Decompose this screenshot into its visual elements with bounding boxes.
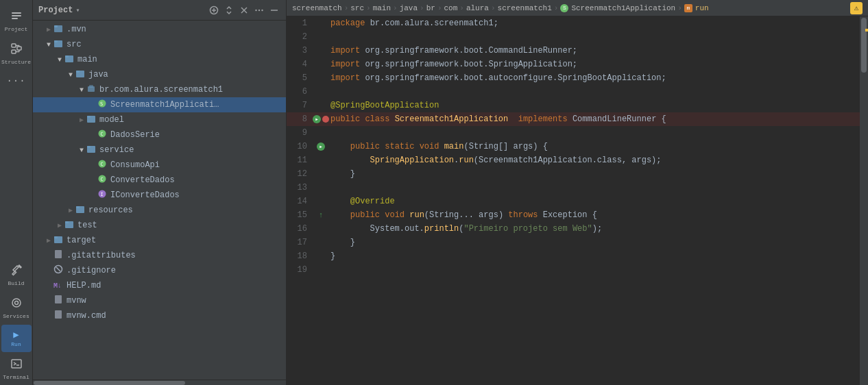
tree-label-gitignore: .gitignore	[67, 266, 116, 275]
breadcrumb-main[interactable]: main	[373, 4, 391, 12]
sidebar-item-terminal[interactable]: Terminal	[1, 353, 32, 385]
tree-icon-gitattributes	[53, 249, 64, 262]
tree-icon-mvnw-cmd	[53, 310, 64, 322]
tree-icon-src	[53, 38, 64, 51]
tree-item-java[interactable]: ▼ java	[33, 67, 286, 82]
tree-item-mvnw-cmd[interactable]: mvnw.cmd	[33, 308, 286, 323]
project-dropdown-icon[interactable]: ▾	[75, 6, 80, 14]
tree-icon-iconverte-dados: I	[97, 189, 108, 201]
line-content-1: package br.com.alura.screenmatch1;	[328, 16, 860, 30]
svg-rect-53	[55, 250, 62, 258]
project-close-button[interactable]	[238, 4, 250, 16]
tree-arrow-java: ▼	[66, 71, 75, 79]
project-panel: Project ▾ ▶	[33, 0, 287, 385]
warning-icon[interactable]: ⚠	[850, 2, 863, 14]
run-btn-10[interactable]: ▶	[317, 142, 325, 151]
tree-item-gitattributes[interactable]: .gitattributes	[33, 248, 286, 263]
tree-arrow-test: ▶	[55, 221, 64, 229]
tree-label-screenmatch-app: Screenmatch1Applicati…	[110, 100, 219, 110]
line-content-16: System.out.println("Primeiro projeto sem…	[328, 222, 860, 236]
code-line-17: 17 }	[287, 236, 860, 249]
sidebar-item-run[interactable]: ▶ Run	[1, 325, 32, 352]
breadcrumb-sep-3: ›	[393, 4, 398, 12]
line-content-15: public void run(String... args) throws E…	[328, 208, 860, 222]
project-horizontal-scrollbar[interactable]	[33, 380, 286, 385]
code-editor[interactable]: 1 package br.com.alura.screenmatch1; 2 3…	[287, 16, 860, 385]
tree-arrow-src: ▼	[44, 41, 53, 49]
tree-item-test[interactable]: ▶ test	[33, 218, 286, 233]
sidebar-item-project[interactable]: Project	[1, 5, 32, 37]
tree-label-mvnw-cmd: mvnw.cmd	[67, 311, 106, 321]
override-icon-15[interactable]: ↑	[316, 210, 326, 220]
tree-item-screenmatch-app[interactable]: S Screenmatch1Applicati…	[33, 97, 286, 112]
tree-item-resources[interactable]: ▶ resources	[33, 203, 286, 218]
breadcrumb-java[interactable]: java	[400, 4, 418, 12]
breadcrumb-spring-icon: S	[560, 4, 568, 12]
tree-item-consumo-api[interactable]: C ConsumoApi	[33, 158, 286, 173]
code-line-10: 10 ▶ public static void main(String[] ar…	[287, 140, 860, 153]
svg-rect-48	[76, 206, 80, 208]
project-scroll-to-button[interactable]	[223, 4, 235, 16]
project-add-button[interactable]	[208, 4, 220, 16]
svg-rect-24	[54, 25, 58, 27]
breadcrumb-br[interactable]: br	[426, 4, 435, 12]
warning-area: ⚠	[850, 2, 863, 14]
tree-icon-help-md: M↓	[53, 282, 64, 290]
tree-icon-mvn	[53, 23, 64, 36]
project-minimize-button[interactable]	[268, 4, 280, 16]
sidebar-item-build-label: Build	[8, 281, 24, 287]
line-content-14: @Override	[328, 195, 860, 208]
breadcrumb-screenmatch1[interactable]: screenmatch1	[498, 4, 552, 12]
tree-label-java: java	[88, 70, 108, 79]
tree-icon-dados-serie: C	[97, 129, 108, 141]
run-btn-8[interactable]: ▶	[313, 115, 321, 123]
tree-label-model: model	[99, 115, 124, 125]
line-num-15: 15	[287, 210, 314, 220]
sidebar-item-more[interactable]: ···	[1, 71, 32, 90]
breadcrumb-src[interactable]: src	[350, 4, 364, 12]
tree-item-mvnw[interactable]: mvnw	[33, 293, 286, 308]
sidebar-item-services-label: Services	[3, 314, 29, 320]
tree-item-help-md[interactable]: M↓ HELP.md	[33, 278, 286, 293]
tree-item-model[interactable]: ▶ model	[33, 112, 286, 127]
sidebar-item-structure[interactable]: Structure	[1, 38, 32, 70]
line-num-12: 12	[287, 169, 314, 179]
sidebar-item-build[interactable]: Build	[1, 260, 32, 291]
tree-item-service[interactable]: ▼ service	[33, 142, 286, 158]
tree-item-package[interactable]: ▼ br.com.alura.screenmatch1	[33, 82, 286, 97]
sidebar-item-terminal-label: Terminal	[3, 375, 29, 381]
tree-item-iconverte-dados[interactable]: I IConverteDados	[33, 188, 286, 203]
project-title-area: Project ▾	[38, 5, 80, 15]
breadcrumb-app-item[interactable]: S Screenmatch1Application	[560, 4, 675, 12]
line-content-17: }	[328, 236, 860, 249]
code-line-6: 6	[287, 85, 860, 99]
sidebar-item-services[interactable]: Services	[1, 293, 32, 324]
editor-vertical-scrollbar[interactable]	[860, 16, 868, 385]
line-num-14: 14	[287, 197, 314, 206]
tree-item-dados-serie[interactable]: C DadosSerie	[33, 127, 286, 142]
breadcrumb-sep-9: ›	[677, 4, 682, 12]
run-breakpoint-gutter[interactable]: ▶	[313, 115, 329, 123]
tree-item-converte-dados[interactable]: C ConverteDados	[33, 173, 286, 188]
breadcrumb-sep-4: ›	[420, 4, 424, 12]
code-line-11: 11 SpringApplication.run(Screenmatch1App…	[287, 153, 860, 167]
line-content-8: public class Screenmatch1Application imp…	[328, 112, 860, 126]
sidebar-icons: Project Structure ··· Build Services ▶ R…	[0, 0, 33, 385]
line-content-18: }	[328, 249, 860, 263]
project-more-button[interactable]	[253, 4, 265, 16]
breadcrumb-run-item[interactable]: m run	[684, 4, 709, 12]
tree-item-main[interactable]: ▼ main	[33, 52, 286, 67]
tree-item-src[interactable]: ▼ src	[33, 37, 286, 52]
svg-rect-28	[65, 55, 69, 58]
tree-item-target[interactable]: ▶ target	[33, 233, 286, 248]
breadcrumb-screenmatch[interactable]: screenmatch	[292, 4, 342, 12]
line-num-1: 1	[287, 18, 314, 28]
tree-item-mvn[interactable]: ▶ .mvn	[33, 22, 286, 37]
breadcrumb-alura[interactable]: alura	[466, 4, 489, 12]
tree-arrow-service: ▼	[77, 147, 86, 154]
breadcrumb-com[interactable]: com	[444, 4, 458, 12]
tree-item-gitignore[interactable]: .gitignore	[33, 263, 286, 278]
code-line-2: 2	[287, 30, 860, 44]
line-content-5: import org.springframework.boot.autoconf…	[328, 71, 860, 85]
sidebar-item-project-label: Project	[5, 27, 28, 33]
